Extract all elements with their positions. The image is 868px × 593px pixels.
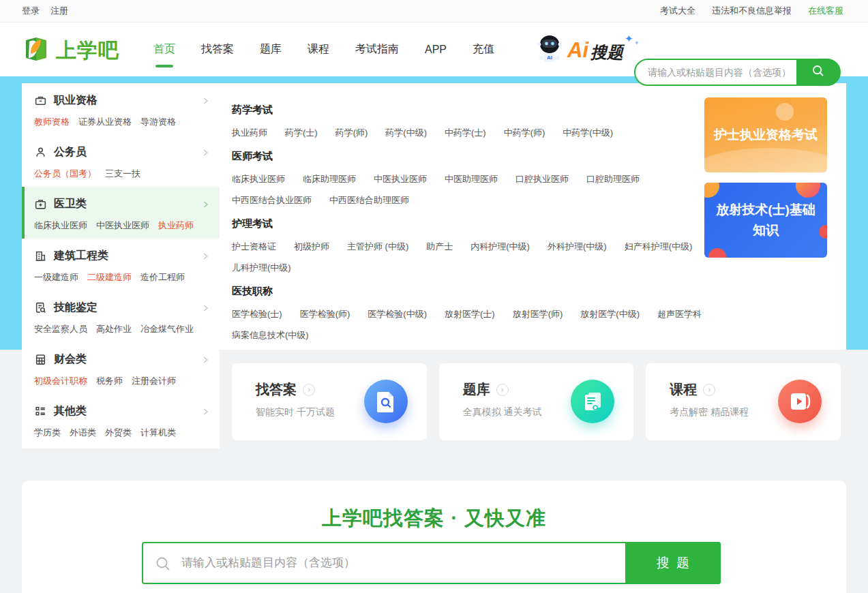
nav-home[interactable]: 首页 [140,22,188,76]
exam-link[interactable]: 执业药师 [232,127,267,139]
register-link[interactable]: 注册 [50,5,68,17]
sidebar-item-professional-qualification[interactable]: 职业资格 教师资格 证券从业资格 导游资格 [22,83,220,135]
card-question-bank[interactable]: 题库 › 全真模拟 通关考试 [439,363,634,440]
sidebar-sublink[interactable]: 造价工程师 [140,271,185,284]
card-title: 课程 [670,380,697,399]
exam-link[interactable]: 中西医结合助理医师 [329,194,409,207]
exam-link[interactable]: 中西医结合执业医师 [232,194,312,207]
chevron-right-icon [200,200,210,209]
banner-title: 护士执业资格考试 [714,125,818,145]
sidebar-item-medical[interactable]: 医卫类 临床执业医师 中医执业医师 执业药师 [22,187,220,239]
sidebar-sublink[interactable]: 高处作业 [96,323,132,335]
online-service-link[interactable]: 在线客服 [808,5,843,17]
sidebar-sublink[interactable]: 教师资格 [34,116,70,128]
sidebar-item-construction[interactable]: 建筑工程类 一级建造师 二级建造师 造价工程师 [22,239,220,290]
exam-link[interactable]: 中药学(师) [504,127,545,139]
sidebar-sublink[interactable]: 二级建造师 [87,271,132,284]
sidebar-sublink[interactable]: 税务师 [96,375,123,387]
exam-link[interactable]: 药学(中级) [385,127,427,139]
document-search-icon [34,301,47,314]
section-title: 医技职称 [232,285,846,298]
nav-question-bank[interactable]: 题库 [247,22,295,76]
bottom-search-input[interactable] [143,543,614,583]
sidebar-sublink[interactable]: 外语类 [70,427,96,439]
sidebar-sublink[interactable]: 初级会计职称 [34,375,87,387]
exam-link[interactable]: 药学(士) [285,127,318,139]
sidebar-sublink[interactable]: 导游资格 [140,116,176,128]
sidebar-sublink[interactable]: 三支一扶 [105,168,140,180]
exam-link[interactable]: 病案信息技术(中级) [232,329,309,341]
exam-link[interactable]: 中医助理医师 [445,173,498,185]
exam-link[interactable]: 口腔执业医师 [515,173,569,185]
sidebar-sublink[interactable]: 证券从业资格 [78,116,132,128]
nav-find-answers[interactable]: 找答案 [188,22,247,76]
banner-radiology-basics[interactable]: 放射技术(士)基础知识 [704,183,827,258]
site-logo[interactable]: 上学吧 [20,33,119,67]
category-sidebar: 职业资格 教师资格 证券从业资格 导游资格 公务员 公务员（国考） 三支一扶 [22,83,220,448]
exam-directory-link[interactable]: 考试大全 [660,5,695,17]
answer-search-panel: 上学吧找答案 · 又快又准 搜题 [22,481,846,593]
sidebar-item-others[interactable]: 其他类 学历类 外语类 外贸类 计算机类 [22,394,220,446]
exam-link[interactable]: 中药学(士) [445,127,486,139]
exam-link[interactable]: 医学检验(师) [300,308,350,320]
exam-link[interactable]: 医学检验(中级) [368,308,427,320]
ai-search-brand[interactable]: AI Ai 搜题 ✦✦ [533,35,623,66]
exam-link[interactable]: 儿科护理(中级) [232,262,291,274]
exam-link[interactable]: 临床执业医师 [232,173,285,185]
exam-link[interactable]: 主管护师 (中级) [347,241,408,253]
exam-link[interactable]: 放射医学(士) [445,308,495,320]
login-link[interactable]: 登录 [22,5,40,17]
exam-link[interactable]: 助产士 [426,241,453,253]
nav-exam-guide[interactable]: 考试指南 [342,22,412,76]
exam-link[interactable]: 妇产科护理(中级) [625,241,693,253]
sidebar-group-title: 其他类 [54,404,87,419]
exam-link[interactable]: 中医执业医师 [374,173,427,185]
nav-app[interactable]: APP [412,22,460,76]
sidebar-sublink[interactable]: 计算机类 [140,427,176,439]
ai-brand-cn: 搜题 [590,42,623,63]
main-nav: 首页 找答案 题库 课程 考试指南 APP 充值 [140,22,507,76]
building-icon [34,249,47,262]
exam-link[interactable]: 医学检验(士) [232,308,282,320]
exam-link[interactable]: 放射医学(师) [513,308,563,320]
header-search-input[interactable] [635,60,794,85]
sidebar-sublink[interactable]: 安全监察人员 [34,323,87,335]
exam-link[interactable]: 超声医学科 [657,308,702,320]
exam-link[interactable]: 外科护理(中级) [548,241,607,253]
nav-recharge[interactable]: 充值 [460,22,507,76]
sidebar-sublink[interactable]: 临床执业医师 [34,219,87,232]
exam-link[interactable]: 药学(师) [335,127,368,139]
card-courses[interactable]: 课程 › 考点解密 精品课程 [646,363,841,440]
sidebar-sublink[interactable]: 公务员（国考） [34,168,96,180]
exam-link[interactable]: 口腔助理医师 [586,173,640,185]
ai-brand-word: Ai [567,38,588,63]
exam-link[interactable]: 临床助理医师 [303,173,356,185]
sidebar-sublink[interactable]: 冶金煤气作业 [140,323,194,335]
banner-nurse-exam[interactable]: 护士执业资格考试 [704,97,827,172]
sidebar-item-skill-certification[interactable]: 技能鉴定 安全监察人员 高处作业 冶金煤气作业 [22,290,220,342]
person-icon [34,146,47,159]
sidebar-sublink[interactable]: 执业药师 [158,219,194,232]
sidebar-item-finance-accounting[interactable]: 财会类 初级会计职称 税务师 注册会计师 [22,342,220,394]
sidebar-item-civil-servant[interactable]: 公务员 公务员（国考） 三支一扶 [22,135,220,187]
sidebar-sublink[interactable]: 外贸类 [105,427,132,439]
card-find-answers[interactable]: 找答案 › 智能实时 千万试题 [232,363,427,440]
card-title: 找答案 [256,380,297,399]
exam-link[interactable]: 护士资格证 [232,241,276,253]
robot-icon: AI [533,33,566,68]
exam-link[interactable]: 初级护师 [294,241,329,253]
nav-courses[interactable]: 课程 [295,22,342,76]
report-link[interactable]: 违法和不良信息举报 [712,5,792,17]
exam-link[interactable]: 内科护理(中级) [470,241,530,253]
sidebar-sublink[interactable]: 学历类 [34,427,61,439]
exam-link[interactable]: 中药学(中级) [563,127,613,139]
sidebar-sublink[interactable]: 中医执业医师 [96,219,149,232]
sidebar-sublink[interactable]: 注册会计师 [132,375,176,387]
sidebar-sublink[interactable]: 一级建造师 [34,271,78,284]
exam-link[interactable]: 放射医学(中级) [580,308,640,320]
bottom-search-button[interactable]: 搜题 [625,542,721,584]
chevron-right-icon [200,96,210,106]
banner-decor-circle [796,183,820,198]
banner-decor-circle [708,248,726,258]
header-search-button[interactable] [796,59,840,85]
